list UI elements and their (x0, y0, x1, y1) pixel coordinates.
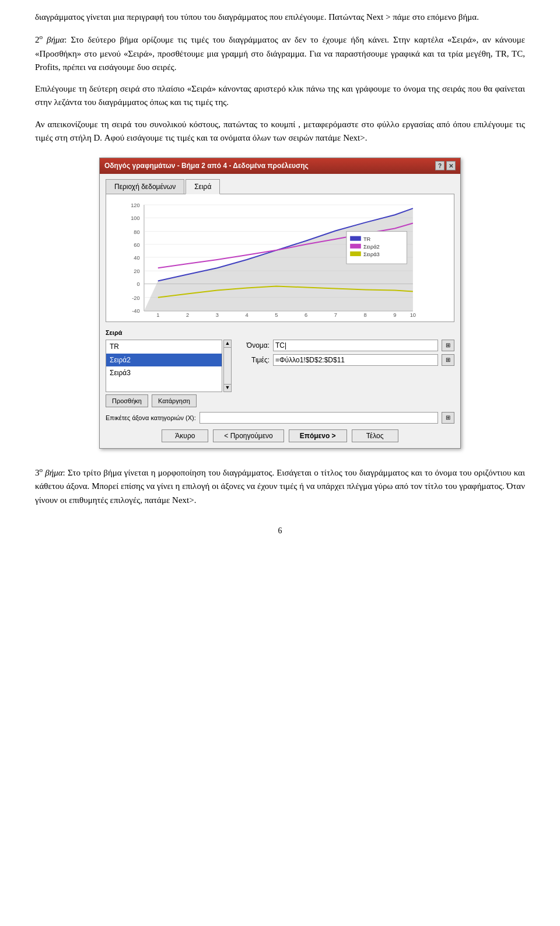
svg-text:20: 20 (134, 269, 139, 275)
svg-text:10: 10 (410, 312, 416, 317)
paragraph-2: 2ο βήμα: Στο δεύτερο βήμα ορίζουμε τις τ… (35, 32, 525, 74)
next-button[interactable]: Επόμενο > (289, 429, 347, 442)
svg-text:6: 6 (304, 312, 307, 317)
chart-svg: 120 100 80 60 40 20 0 -20 -40 (111, 199, 449, 317)
svg-text:120: 120 (131, 202, 140, 208)
titlebar-buttons: ? ✕ (435, 161, 456, 170)
paragraph-1: διαγράμματος γίνεται μια περιγραφή του τ… (35, 11, 525, 24)
name-picker-icon: ⊞ (446, 341, 450, 350)
paragraph-3: Επιλέγουμε τη δεύτερη σειρά στο πλαίσιο … (35, 82, 525, 110)
para2-prefix: 2 (35, 35, 40, 44)
category-axis-input[interactable] (200, 412, 438, 424)
values-label: Τιμές: (237, 355, 270, 366)
category-picker-icon: ⊞ (446, 413, 450, 422)
tab-data-range[interactable]: Περιοχή δεδομένων (106, 179, 184, 195)
svg-text:8: 8 (363, 312, 366, 317)
svg-text:80: 80 (134, 229, 139, 235)
dialog-tabs: Περιοχή δεδομένων Σειρά (106, 179, 454, 194)
svg-text:0: 0 (137, 282, 140, 288)
tab-data-range-label: Περιοχή δεδομένων (114, 183, 176, 191)
category-axis-row: Επικέτες άξονα κατηγοριών (Χ): ⊞ (106, 412, 454, 424)
paragraph-4-text: Αν απεικονίζουμε τη σειρά του συνολικού … (35, 120, 525, 142)
para5-bold: βήμα (43, 468, 62, 477)
svg-text:2: 2 (186, 312, 189, 317)
series-right-fields: Όνομα: ⊞ Τιμές: ⊞ (237, 340, 454, 366)
add-series-button[interactable]: Προσθήκη (106, 394, 148, 407)
chart-wizard-dialog: Οδηγός γραφημάτων - Βήμα 2 από 4 - Δεδομ… (99, 158, 461, 449)
name-input[interactable] (273, 340, 438, 351)
values-field-row: Τιμές: ⊞ (237, 354, 454, 366)
chart-area: 120 100 80 60 40 20 0 -20 -40 (106, 194, 454, 322)
svg-text:100: 100 (131, 216, 140, 222)
category-picker-button[interactable]: ⊞ (442, 412, 454, 424)
name-picker-button[interactable]: ⊞ (442, 340, 454, 351)
svg-rect-33 (350, 244, 361, 249)
svg-text:40: 40 (134, 255, 139, 261)
para2-rest: Στο δεύτερο βήμα ορίζουμε τις τιμές του … (35, 35, 525, 72)
svg-text:4: 4 (245, 312, 248, 317)
dialog-titlebar: Οδηγός γραφημάτων - Βήμα 2 από 4 - Δεδομ… (100, 158, 460, 174)
svg-text:TR: TR (363, 236, 371, 242)
paragraph-4: Αν απεικονίζουμε τη σειρά του συνολικού … (35, 118, 525, 145)
series-item-3[interactable]: Σειρά3 (106, 366, 222, 380)
scroll-track (223, 348, 232, 384)
series-add-remove: Προσθήκη Κατάργηση (106, 394, 232, 407)
tab-series[interactable]: Σειρά (186, 179, 220, 195)
svg-text:1: 1 (156, 312, 159, 317)
para2-bold: βήμα (43, 35, 64, 44)
series-left: TR Σειρά2 Σειρά3 ▲ ▼ (106, 340, 232, 407)
svg-text:-40: -40 (132, 308, 139, 314)
dialog-help-button[interactable]: ? (435, 161, 444, 170)
svg-text:60: 60 (134, 242, 139, 248)
svg-text:3: 3 (216, 312, 219, 317)
dialog-wrapper: Οδηγός γραφημάτων - Βήμα 2 από 4 - Δεδομ… (35, 158, 525, 449)
scroll-up-btn[interactable]: ▲ (223, 340, 232, 348)
svg-rect-31 (350, 236, 361, 241)
svg-text:7: 7 (334, 312, 337, 317)
values-picker-button[interactable]: ⊞ (442, 354, 454, 366)
paragraph-5: 3ο βήμα: Στο τρίτο βήμα γίνεται η μορφοπ… (35, 465, 525, 507)
dialog-close-button[interactable]: ✕ (446, 161, 456, 170)
finish-button[interactable]: Τέλος (352, 429, 398, 442)
dialog-content: Περιοχή δεδομένων Σειρά 120 (100, 174, 460, 449)
svg-text:Σειρά3: Σειρά3 (363, 251, 380, 257)
series-item-3-label: Σειρά3 (110, 369, 131, 377)
name-field-row: Όνομα: ⊞ (237, 340, 454, 351)
svg-text:-20: -20 (132, 295, 139, 301)
values-picker-icon: ⊞ (446, 355, 450, 365)
series-list[interactable]: TR Σειρά2 Σειρά3 (106, 340, 222, 392)
svg-text:5: 5 (275, 312, 278, 317)
series-list-container: TR Σειρά2 Σειρά3 ▲ ▼ (106, 340, 232, 392)
cancel-button[interactable]: Άκυρο (162, 429, 208, 442)
svg-text:9: 9 (393, 312, 396, 317)
category-axis-label: Επικέτες άξονα κατηγοριών (Χ): (106, 413, 196, 423)
series-item-2[interactable]: Σειρά2 (106, 354, 222, 367)
previous-button[interactable]: < Προηγούμενο (213, 429, 284, 442)
series-item-tr[interactable]: TR (106, 340, 222, 354)
para5-rest: Στο τρίτο βήμα γίνεται η μορφοποίηση του… (35, 468, 525, 505)
dialog-title: Οδηγός γραφημάτων - Βήμα 2 από 4 - Δεδομ… (104, 160, 309, 172)
values-input[interactable] (273, 354, 438, 366)
svg-text:Σειρά2: Σειρά2 (363, 244, 380, 250)
dialog-footer: Άκυρο < Προηγούμενο Επόμενο > Τέλος (106, 429, 454, 442)
remove-series-button[interactable]: Κατάργηση (152, 394, 197, 407)
series-scroll: ▲ ▼ (223, 340, 232, 392)
dialog-bottom: TR Σειρά2 Σειρά3 ▲ ▼ (106, 340, 454, 407)
tab-series-label: Σειρά (194, 183, 211, 191)
para5-prefix: 3 (35, 468, 40, 477)
scroll-down-btn[interactable]: ▼ (223, 384, 232, 392)
series-item-tr-label: TR (110, 343, 119, 351)
name-label: Όνομα: (237, 340, 270, 351)
series-item-2-label: Σειρά2 (110, 356, 131, 364)
svg-rect-35 (350, 251, 361, 256)
page-number: 6 (35, 525, 525, 537)
paragraph-3-text: Επιλέγουμε τη δεύτερη σειρά στο πλαίσιο … (35, 84, 525, 107)
series-section-label: Σειρά (106, 328, 454, 338)
paragraph-1-text: διαγράμματος γίνεται μια περιγραφή του τ… (35, 12, 479, 22)
